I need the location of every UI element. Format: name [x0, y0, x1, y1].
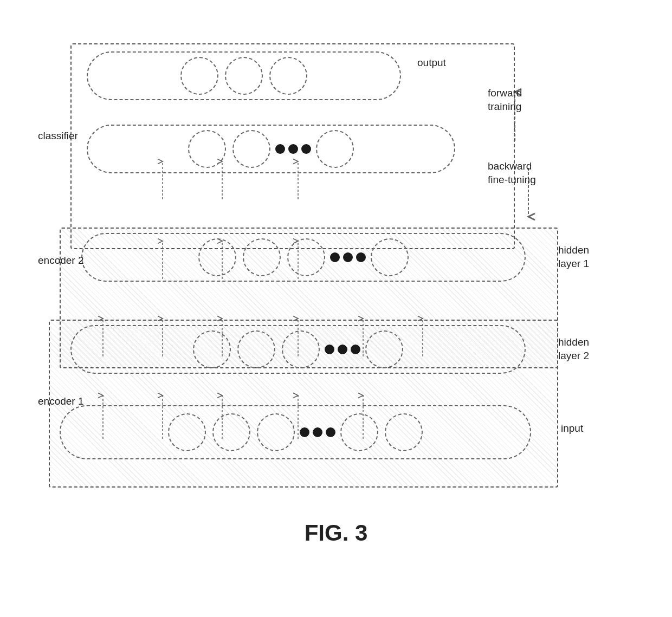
neuron — [269, 57, 307, 95]
neuron-dot — [343, 252, 353, 262]
neuron-dot — [351, 345, 360, 354]
neuron — [371, 238, 409, 276]
input-label: input — [561, 423, 583, 434]
hidden-layer1-label: hidden layer 1 — [558, 244, 589, 270]
neuron — [232, 130, 270, 168]
neuron — [340, 413, 378, 451]
neuron — [257, 413, 295, 451]
hidden2-row — [70, 325, 526, 374]
neuron — [212, 413, 250, 451]
neuron-dot — [338, 345, 347, 354]
backward-finetuning-label: backward fine-tuning — [488, 160, 536, 186]
neuron — [243, 238, 281, 276]
neuron — [193, 330, 231, 368]
neuron — [287, 238, 325, 276]
neuron-dot — [275, 144, 285, 154]
neuron-dot — [313, 427, 322, 437]
neuron-dot — [325, 345, 334, 354]
neuron — [225, 57, 263, 95]
classifier-hidden-row — [87, 125, 455, 173]
encoder2-label: encoder 2 — [38, 255, 84, 267]
forward-training-label: forward training — [488, 87, 522, 113]
neuron-dot — [301, 144, 311, 154]
neuron-dot — [326, 427, 335, 437]
neuron — [385, 413, 423, 451]
neuron-dot — [356, 252, 366, 262]
neuron-dot — [330, 252, 340, 262]
neuron — [198, 238, 236, 276]
input-row — [60, 405, 531, 459]
hidden-layer2-label: hidden layer 2 — [558, 336, 589, 362]
diagram-area: classifier output forward training backw… — [38, 16, 634, 504]
neuron — [316, 130, 354, 168]
neuron-dot — [300, 427, 309, 437]
neuron — [188, 130, 226, 168]
encoder1-label: encoder 1 — [38, 395, 84, 407]
output-label: output — [417, 57, 446, 69]
neuron-dot — [288, 144, 298, 154]
fig-caption: FIG. 3 — [305, 520, 368, 546]
output-row — [87, 51, 401, 100]
neuron — [237, 330, 275, 368]
classifier-label: classifier — [38, 130, 78, 142]
neuron — [180, 57, 218, 95]
hidden1-row — [81, 233, 526, 282]
neuron — [365, 330, 403, 368]
neuron — [282, 330, 320, 368]
neuron — [168, 413, 206, 451]
main-container: classifier output forward training backw… — [0, 0, 672, 617]
